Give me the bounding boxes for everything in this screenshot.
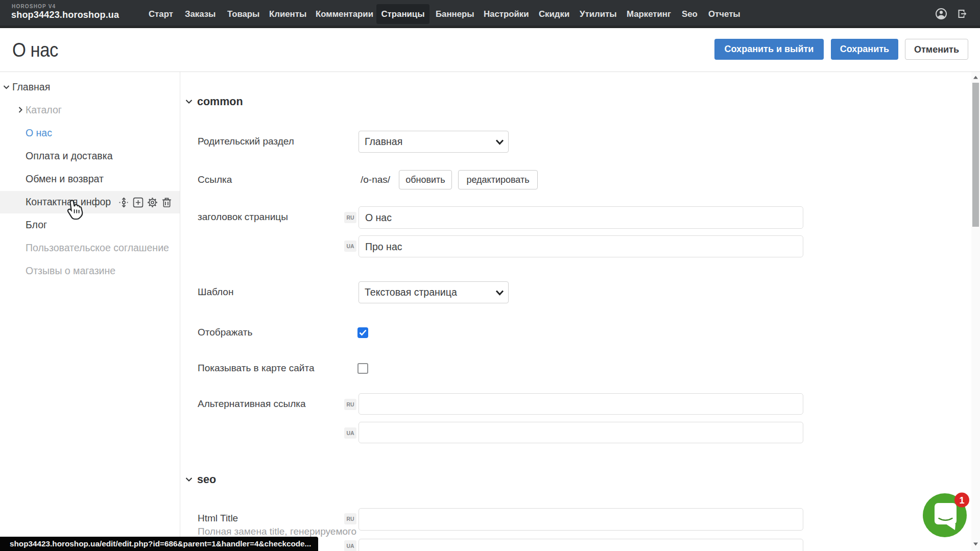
- svg-text:1: 1: [959, 495, 964, 506]
